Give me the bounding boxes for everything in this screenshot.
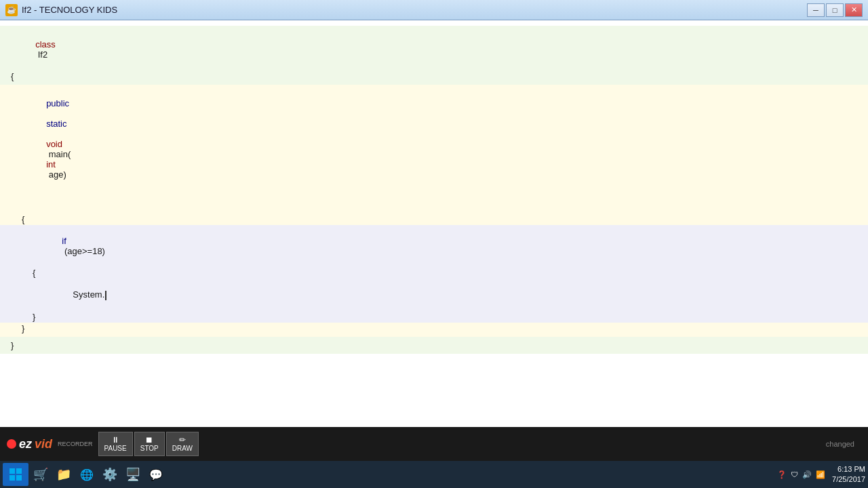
ezvid-text: ez xyxy=(19,437,32,451)
ezvid-controls: ⏸ PAUSE ⏹ STOP ✏ DRAW xyxy=(98,432,199,456)
start-button[interactable] xyxy=(3,463,28,486)
code-line-1: class If2 xyxy=(0,28,868,70)
changed-status: changed xyxy=(826,440,854,448)
if-brace-close: } xyxy=(33,312,35,322)
space2 xyxy=(46,129,49,139)
sound-icon: 🔊 xyxy=(802,470,812,479)
method-section: public static void main( int age) { if xyxy=(0,85,868,337)
system-dot: System. xyxy=(73,289,104,300)
pause-icon: ⏸ xyxy=(111,435,119,445)
method-name: main( xyxy=(46,149,71,159)
editor-area[interactable]: class If2 { public static void main( int… xyxy=(0,20,868,427)
network-icon: 📶 xyxy=(816,470,825,479)
svg-rect-0 xyxy=(9,468,15,474)
window-controls: ─ □ ✕ xyxy=(807,3,863,17)
taskbar-store-icon[interactable]: 🛒 xyxy=(30,463,52,486)
stop-button[interactable]: ⏹ STOP xyxy=(134,432,165,456)
title-bar: ☕ If2 - TECNOLOGY KIDS ─ □ ✕ xyxy=(0,0,868,20)
taskbar-app1-icon[interactable]: ⚙️ xyxy=(99,463,121,486)
keyword-int: int xyxy=(46,159,56,169)
stop-label: STOP xyxy=(140,445,159,453)
text-cursor xyxy=(105,291,106,300)
class-name: If2 xyxy=(35,49,47,60)
class-declaration-section: class If2 { xyxy=(0,26,868,85)
taskbar: 🛒 📁 🌐 ⚙️ 🖥️ 💬 ❓ 🛡 🔊 📶 6:13 PM 7/25/2017 xyxy=(0,461,868,488)
title-bar-left: ☕ If2 - TECNOLOGY KIDS xyxy=(5,4,117,16)
class-brace-close: } xyxy=(11,340,14,350)
keyword-public: public xyxy=(46,98,69,108)
ezvid-record-dot xyxy=(7,439,16,449)
ezvid-logo: ez vid RECORDER xyxy=(7,437,93,451)
svg-rect-2 xyxy=(9,475,15,481)
if-block-section: if (age>=18) { System. } xyxy=(0,225,868,323)
code-line-9: System. xyxy=(0,279,868,311)
param-name: age) xyxy=(46,169,66,180)
brace-open: { xyxy=(11,71,14,81)
date-display: 7/25/2017 xyxy=(832,474,865,485)
keyword-if: if xyxy=(62,236,66,246)
code-container: class If2 { public static void main( int… xyxy=(0,20,868,359)
method-brace-open: { xyxy=(22,214,24,224)
stop-icon: ⏹ xyxy=(145,435,153,445)
code-line-12: } xyxy=(0,340,868,351)
maximize-button[interactable]: □ xyxy=(826,3,844,17)
taskbar-app2-icon[interactable]: 🖥️ xyxy=(122,463,144,486)
svg-rect-1 xyxy=(16,468,22,474)
taskbar-clock: 6:13 PM 7/25/2017 xyxy=(832,464,865,485)
keyword-void: void xyxy=(46,139,62,149)
draw-label: DRAW xyxy=(172,445,193,453)
space1 xyxy=(46,108,49,119)
code-editor[interactable]: class If2 { public static void main( int… xyxy=(0,20,868,427)
code-line-5 xyxy=(0,202,868,214)
if-condition: (age>=18) xyxy=(62,246,105,256)
class-close-section: } xyxy=(0,337,868,354)
code-line-10: } xyxy=(0,311,868,323)
minimize-button[interactable]: ─ xyxy=(807,3,825,17)
taskbar-chrome-icon[interactable]: 🌐 xyxy=(76,463,98,486)
close-button[interactable]: ✕ xyxy=(845,3,863,17)
pause-button[interactable]: ⏸ PAUSE xyxy=(98,432,133,456)
taskbar-tray: ❓ 🛡 🔊 📶 xyxy=(772,470,831,479)
code-line-4 xyxy=(0,190,868,202)
draw-button[interactable]: ✏ DRAW xyxy=(166,432,199,456)
code-line-2: { xyxy=(0,70,868,82)
method-brace-close: } xyxy=(22,323,24,333)
draw-icon: ✏ xyxy=(179,435,186,445)
code-line-7: if (age>=18) xyxy=(0,225,868,267)
keyword-class: class xyxy=(35,39,56,49)
ezvid-bar: ez vid RECORDER ⏸ PAUSE ⏹ STOP ✏ DRAW ch… xyxy=(0,427,868,461)
windows-logo-icon xyxy=(9,468,22,481)
if-brace-open: { xyxy=(33,268,35,278)
keyword-static: static xyxy=(46,119,66,129)
pause-label: PAUSE xyxy=(104,445,127,453)
window-title: If2 - TECNOLOGY KIDS xyxy=(22,5,117,15)
code-line-3: public static void main( int age) xyxy=(0,87,868,190)
ezvid-text-2: vid xyxy=(35,437,52,451)
code-line-11: } xyxy=(0,323,868,334)
antivirus-icon: 🛡 xyxy=(791,470,798,479)
app-icon: ☕ xyxy=(5,4,18,16)
code-line-6: { xyxy=(0,214,868,225)
ezvid-sub-label: RECORDER xyxy=(58,441,93,447)
help-icon: ❓ xyxy=(777,470,787,479)
taskbar-explorer-icon[interactable]: 📁 xyxy=(53,463,75,486)
taskbar-skype-icon[interactable]: 💬 xyxy=(145,463,167,486)
time-display: 6:13 PM xyxy=(832,464,865,474)
code-line-8: { xyxy=(0,267,868,279)
svg-rect-3 xyxy=(16,475,22,481)
